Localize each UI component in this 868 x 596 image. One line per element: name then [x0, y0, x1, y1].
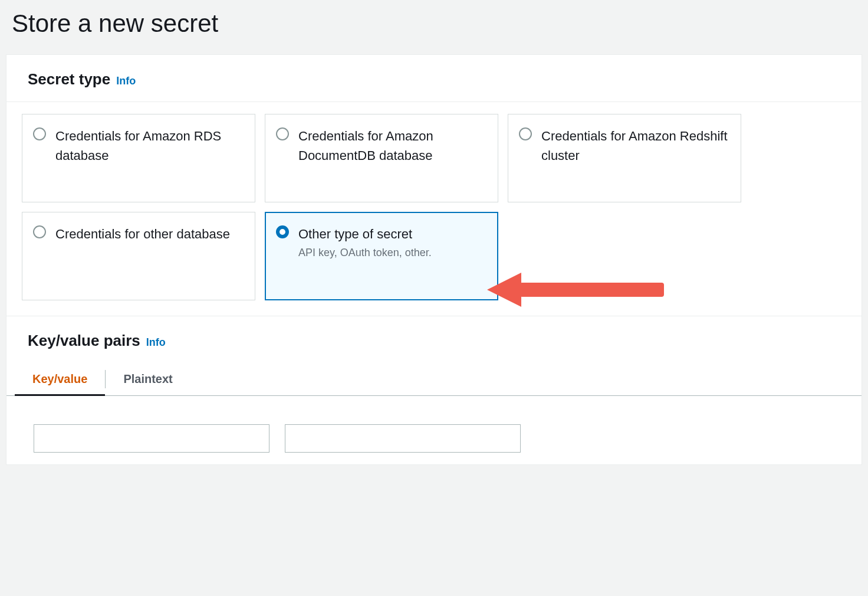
radio-icon	[33, 127, 46, 140]
kv-input-row	[6, 396, 862, 464]
tab-key-value[interactable]: Key/value	[15, 363, 105, 395]
secret-panel: Secret type Info Credentials for Amazon …	[6, 54, 862, 465]
tile-other-db[interactable]: Credentials for other database	[22, 212, 255, 300]
tile-label: Other type of secret	[298, 224, 432, 244]
radio-icon	[276, 225, 289, 238]
tile-redshift[interactable]: Credentials for Amazon Redshift cluster	[508, 114, 741, 202]
tile-label: Credentials for Amazon RDS database	[55, 126, 242, 165]
radio-icon	[33, 225, 46, 238]
tab-plaintext[interactable]: Plaintext	[106, 363, 190, 395]
secret-type-header: Secret type Info	[6, 55, 862, 102]
tile-rds[interactable]: Credentials for Amazon RDS database	[22, 114, 255, 202]
kv-info-link[interactable]: Info	[146, 336, 166, 349]
radio-icon	[519, 127, 532, 140]
tile-label: Credentials for other database	[55, 224, 230, 244]
tile-other-secret[interactable]: Other type of secret API key, OAuth toke…	[265, 212, 498, 300]
tile-description: API key, OAuth token, other.	[298, 245, 432, 261]
page-title: Store a new secret	[0, 0, 868, 54]
radio-icon	[276, 127, 289, 140]
key-input[interactable]	[34, 424, 269, 453]
secret-type-heading: Secret type	[28, 70, 110, 89]
kv-heading: Key/value pairs	[28, 332, 140, 350]
tile-label: Credentials for Amazon DocumentDB databa…	[298, 126, 485, 165]
secret-type-tiles: Credentials for Amazon RDS database Cred…	[6, 102, 862, 316]
tile-label: Credentials for Amazon Redshift cluster	[541, 126, 728, 165]
kv-header: Key/value pairs Info	[6, 316, 862, 363]
kv-tabs: Key/value Plaintext	[6, 363, 862, 396]
tile-documentdb[interactable]: Credentials for Amazon DocumentDB databa…	[265, 114, 498, 202]
value-input[interactable]	[285, 424, 521, 453]
secret-type-info-link[interactable]: Info	[116, 75, 136, 87]
